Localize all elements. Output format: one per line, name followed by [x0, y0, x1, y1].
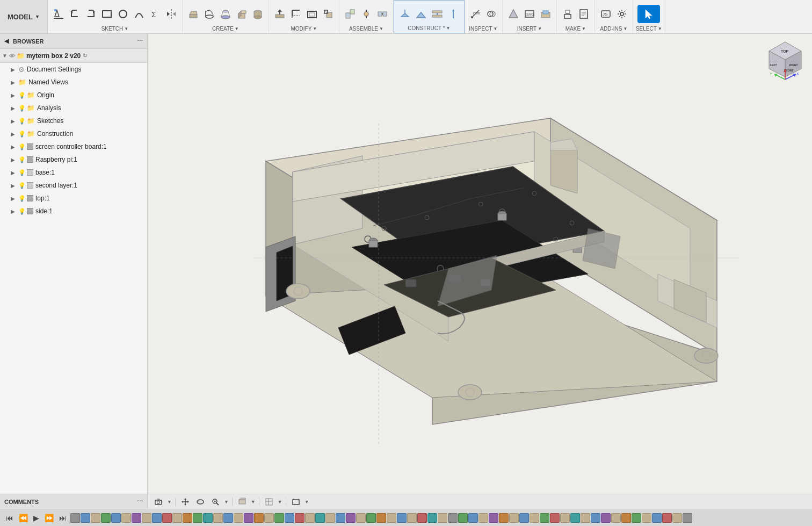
- timeline-item[interactable]: [662, 513, 672, 523]
- timeline-item[interactable]: [193, 513, 202, 523]
- browser-options-icon[interactable]: ⋯: [137, 38, 143, 45]
- tree-item-side[interactable]: ▶ 💡 side:1: [0, 205, 147, 218]
- make-group-label[interactable]: MAKE ▼: [566, 26, 586, 33]
- root-refresh-icon[interactable]: ↻: [83, 53, 87, 59]
- timeline-item[interactable]: [162, 513, 172, 523]
- plane-angle-button[interactable]: [414, 6, 429, 21]
- timeline-item[interactable]: [489, 513, 498, 523]
- select-group-label[interactable]: SELECT ▼: [636, 26, 662, 33]
- box-button[interactable]: [234, 6, 249, 21]
- scale-button[interactable]: [321, 6, 336, 21]
- visual-dropdown-icon[interactable]: ▼: [305, 499, 309, 505]
- display-mode-button[interactable]: [236, 496, 249, 507]
- comments-expand-icon[interactable]: ⋯: [137, 498, 143, 505]
- timeline-item[interactable]: [203, 513, 213, 523]
- display-dropdown-icon[interactable]: ▼: [251, 499, 256, 505]
- timeline-item[interactable]: [427, 513, 437, 523]
- origin-vis-icon[interactable]: 💡: [18, 92, 26, 99]
- timeline-item[interactable]: [550, 513, 560, 523]
- timeline-item[interactable]: [111, 513, 121, 523]
- timeline-item[interactable]: [295, 513, 305, 523]
- timeline-item[interactable]: [264, 513, 274, 523]
- revolve-button[interactable]: [202, 6, 217, 21]
- orbit-button[interactable]: [194, 496, 207, 507]
- joint-button[interactable]: [359, 6, 374, 21]
- tree-item-doc-settings[interactable]: ▶ ⚙ Document Settings: [0, 63, 147, 76]
- cylinder-button[interactable]: [250, 6, 265, 21]
- tree-item-top[interactable]: ▶ 💡 top:1: [0, 192, 147, 205]
- timeline-item[interactable]: [519, 513, 529, 523]
- tree-item-base[interactable]: ▶ 💡 base:1: [0, 166, 147, 179]
- timeline-play-button[interactable]: ▶: [32, 512, 41, 524]
- new-component-button[interactable]: [343, 6, 358, 21]
- timeline-item[interactable]: [468, 513, 478, 523]
- tree-item-screen-controller[interactable]: ▶ 💡 screen controller board:1: [0, 140, 147, 153]
- timeline-item[interactable]: [652, 513, 662, 523]
- fillet-button[interactable]: [288, 6, 303, 21]
- timeline-item[interactable]: [479, 513, 488, 523]
- timeline-item[interactable]: [591, 513, 600, 523]
- arc-button[interactable]: [132, 6, 147, 21]
- timeline-item[interactable]: [581, 513, 590, 523]
- timeline-item[interactable]: [285, 513, 294, 523]
- analysis-vis-icon[interactable]: 💡: [18, 105, 26, 112]
- timeline-item[interactable]: [346, 513, 356, 523]
- modify-group-label[interactable]: MODIFY ▼: [291, 26, 317, 33]
- timeline-item[interactable]: [601, 513, 611, 523]
- measure-button[interactable]: mm: [468, 6, 483, 21]
- grid-dropdown-icon[interactable]: ▼: [278, 499, 282, 505]
- tree-item-analysis[interactable]: ▶ 💡 📁 Analysis: [0, 102, 147, 114]
- insert-svg-button[interactable]: SVG: [522, 6, 537, 21]
- timeline-item[interactable]: [325, 513, 335, 523]
- midplane-button[interactable]: [430, 6, 445, 21]
- base-vis-icon[interactable]: 💡: [18, 169, 26, 176]
- timeline-item[interactable]: [254, 513, 264, 523]
- root-vis-icon[interactable]: 👁: [9, 53, 15, 59]
- tree-item-origin[interactable]: ▶ 💡 📁 Origin: [0, 89, 147, 102]
- grid-button[interactable]: [263, 496, 276, 507]
- side-vis-icon[interactable]: 💡: [18, 208, 26, 215]
- zoom-dropdown-icon[interactable]: ▼: [224, 499, 229, 505]
- timeline-item[interactable]: [183, 513, 192, 523]
- tree-item-second-layer[interactable]: ▶ 💡 second layer:1: [0, 179, 147, 192]
- timeline-item[interactable]: [397, 513, 407, 523]
- timeline-item[interactable]: [448, 513, 458, 523]
- tree-item-named-views[interactable]: ▶ 📁 Named Views: [0, 76, 147, 89]
- circle-button[interactable]: [115, 6, 130, 21]
- scripts-button[interactable]: JS: [598, 6, 613, 21]
- browser-root-item[interactable]: ▼ 👁 📁 myterm box 2 v20 ↻: [0, 49, 147, 63]
- visual-style-button[interactable]: [289, 496, 302, 507]
- 3d-print-button[interactable]: [560, 6, 575, 21]
- timeline-item[interactable]: [274, 513, 284, 523]
- tree-item-construction[interactable]: ▶ 💡 📁 Construction: [0, 127, 147, 140]
- addins-settings-button[interactable]: [614, 6, 629, 21]
- shell-button[interactable]: [305, 6, 320, 21]
- construct-group-label[interactable]: CONSTRUCT * ▼: [408, 25, 450, 33]
- create-group-label[interactable]: CREATE ▼: [212, 26, 239, 33]
- model-dropdown-button[interactable]: MODEL ▼: [0, 0, 48, 33]
- timeline-item[interactable]: [611, 513, 621, 523]
- timeline-item[interactable]: [244, 513, 253, 523]
- timeline-item[interactable]: [152, 513, 162, 523]
- top-vis-icon[interactable]: 💡: [18, 195, 26, 202]
- timeline-item[interactable]: [132, 513, 141, 523]
- rigid-group-button[interactable]: [375, 6, 390, 21]
- timeline-item[interactable]: [142, 513, 151, 523]
- timeline-item[interactable]: [621, 513, 631, 523]
- tree-item-sketches[interactable]: ▶ 💡 📁 Sketches: [0, 114, 147, 127]
- timeline-item[interactable]: [458, 513, 468, 523]
- navigation-cube[interactable]: TOP RIGHT LEFT FRONT X Y: [764, 39, 807, 82]
- sketch-button[interactable]: [51, 6, 66, 21]
- insert-group-label[interactable]: INSERT ▼: [517, 26, 542, 33]
- timeline-item[interactable]: [172, 513, 182, 523]
- zoom-button[interactable]: [209, 496, 222, 507]
- timeline-item[interactable]: [213, 513, 223, 523]
- redo-button[interactable]: [83, 6, 98, 21]
- loft-button[interactable]: [218, 6, 233, 21]
- timeline-item[interactable]: [407, 513, 417, 523]
- timeline-item[interactable]: [438, 513, 447, 523]
- timeline-item[interactable]: [672, 513, 682, 523]
- sum-button[interactable]: Σ: [148, 6, 163, 21]
- timeline-item[interactable]: [91, 513, 100, 523]
- addins-group-label[interactable]: ADD-INS ▼: [600, 26, 627, 33]
